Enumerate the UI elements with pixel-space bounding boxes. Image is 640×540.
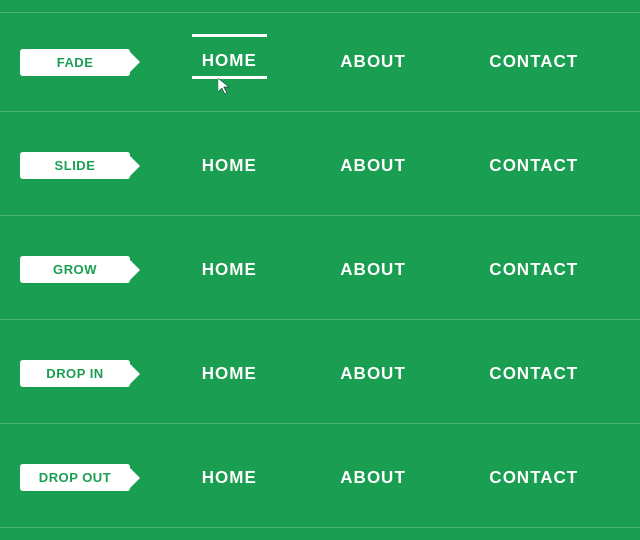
- nav-item-contact-row-4[interactable]: CONTACT: [479, 463, 588, 493]
- nav-items-row-3: HOMEABOUTCONTACT: [160, 359, 620, 389]
- nav-row-drop-out: DROP OUTHOMEABOUTCONTACT: [0, 428, 640, 528]
- nav-items-row-0: HOME ABOUTCONTACT: [160, 46, 620, 79]
- nav-item-about-row-1[interactable]: ABOUT: [330, 151, 415, 181]
- nav-item-home-row-3[interactable]: HOME: [192, 359, 267, 389]
- nav-item-about-row-3[interactable]: ABOUT: [330, 359, 415, 389]
- nav-item-contact-row-0[interactable]: CONTACT: [479, 47, 588, 77]
- cursor-icon: [218, 78, 232, 92]
- nav-item-about-row-0[interactable]: ABOUT: [330, 47, 415, 77]
- nav-item-contact-row-1[interactable]: CONTACT: [479, 151, 588, 181]
- nav-item-about-row-2[interactable]: ABOUT: [330, 255, 415, 285]
- nav-items-row-2: HOMEABOUTCONTACT: [160, 255, 620, 285]
- nav-item-contact-row-3[interactable]: CONTACT: [479, 359, 588, 389]
- label-tag-fade[interactable]: FADE: [20, 49, 130, 76]
- nav-items-row-4: HOMEABOUTCONTACT: [160, 463, 620, 493]
- nav-items-row-1: HOMEABOUTCONTACT: [160, 151, 620, 181]
- nav-row-fade: FADEHOME ABOUTCONTACT: [0, 12, 640, 112]
- nav-item-home-row-0[interactable]: HOME: [192, 46, 267, 79]
- nav-item-about-row-4[interactable]: ABOUT: [330, 463, 415, 493]
- nav-row-drop-in: DROP INHOMEABOUTCONTACT: [0, 324, 640, 424]
- nav-item-home-row-2[interactable]: HOME: [192, 255, 267, 285]
- nav-item-home-row-1[interactable]: HOME: [192, 151, 267, 181]
- nav-item-home-row-4[interactable]: HOME: [192, 463, 267, 493]
- nav-row-grow: GROWHOMEABOUTCONTACT: [0, 220, 640, 320]
- nav-item-contact-row-2[interactable]: CONTACT: [479, 255, 588, 285]
- label-tag-drop-in[interactable]: DROP IN: [20, 360, 130, 387]
- label-tag-drop-out[interactable]: DROP OUT: [20, 464, 130, 491]
- label-tag-grow[interactable]: GROW: [20, 256, 130, 283]
- main-container: FADEHOME ABOUTCONTACTSLIDEHOMEABOUTCONTA…: [0, 0, 640, 540]
- nav-row-slide: SLIDEHOMEABOUTCONTACT: [0, 116, 640, 216]
- label-tag-slide[interactable]: SLIDE: [20, 152, 130, 179]
